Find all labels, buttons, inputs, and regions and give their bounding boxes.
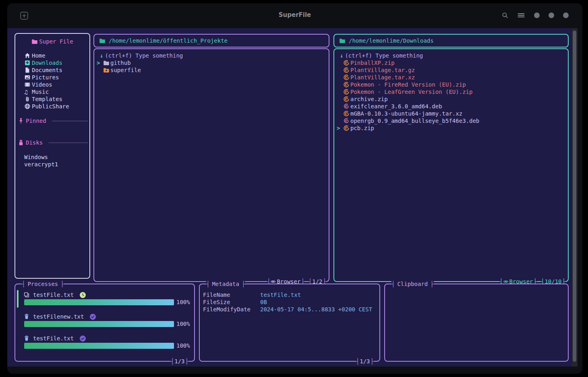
teal-folder-icon [339,37,346,44]
sidebar-item-videos[interactable]: Videos [15,81,89,88]
sidebar-item-publicshare[interactable]: PublicShare [15,103,89,110]
progress-bar [24,321,174,327]
sidebar-item-label: Pictures [32,74,59,81]
archive-icon [343,81,350,88]
picture-icon [24,74,31,81]
trash-icon [23,313,30,320]
app-window: SuperFile Super File [7,3,582,374]
clipboard-panel[interactable]: Clipboard [384,284,569,362]
pin-icon [18,118,24,124]
clock-icon [79,292,86,298]
sidebar-item-pictures[interactable]: Pictures [15,74,89,81]
file-row[interactable]: openrgb_0.9_amd64_bullseye_b5f46e3.deb [334,117,568,124]
clipboard-panel-title: Clipboard [391,280,434,288]
progress-percent: 100% [176,342,190,349]
archive-icon [343,60,350,66]
metadata-key: FileName [203,291,230,298]
disk-icon [18,139,24,146]
process-item[interactable]: testFile.txt [15,291,194,298]
disks-section-header: Disks [15,139,89,146]
file-name: mGBA-0.10.3-ubuntu64-jammy.tar.xz [350,110,462,117]
hamburger-menu-icon [517,12,525,19]
sidebar-item-documents[interactable]: Documents [15,66,89,74]
screen: SuperFile Super File [0,0,588,377]
disk-item-windows[interactable]: Windows [15,153,89,161]
archive-icon [343,125,350,131]
progress-percent: 100% [176,298,190,306]
projects-search-bar[interactable]: ↓ (ctrl+f) Type something [94,52,329,59]
process-name: testFile.txt [33,335,74,342]
border-segment [304,281,308,282]
processes-panel[interactable]: Processes testFile.txt 100% testFilenew.… [14,284,195,362]
metadata-value: 2024-05-17 04:5...8833 +0200 CEST [260,306,372,313]
archive-icon [343,110,350,117]
sidebar-item-label: Documents [32,66,62,74]
search-button[interactable] [502,12,508,19]
downloads-file-panel[interactable]: ↓ (ctrl+f) Type something PinballXP.zip … [333,48,569,282]
window-title: SuperFile [7,11,582,19]
file-name: github [110,59,131,66]
progress-percent: 100% [176,320,190,327]
window-control-maximize[interactable] [549,12,554,18]
downloads-search-bar[interactable]: ↓ (ctrl+f) Type something [334,52,568,59]
file-row[interactable]: exifcleaner_3.6.0_amd64.deb [334,103,568,110]
scrollbar-thumb[interactable] [573,31,576,362]
process-item[interactable]: testFilenew.txt [15,313,194,320]
disk-item-veracrypt1[interactable]: veracrypt1 [15,161,89,168]
window-control-minimize[interactable] [534,12,540,18]
selection-cursor: > [97,59,101,66]
projects-file-panel[interactable]: ↓ (ctrl+f) Type something > github super… [93,48,329,282]
sidebar-item-label: Downloads [32,59,62,66]
file-row[interactable]: PlantVillage.tar.gz [334,66,568,74]
archive-icon [343,89,350,95]
folder-star-icon [103,67,110,73]
video-icon [24,81,31,88]
file-name: PlantVillage.tar.gz [350,66,415,74]
download-icon [24,60,31,66]
sidebar-item-music[interactable]: Music [15,88,89,95]
pinned-section-header: Pinned [15,117,89,124]
teal-folder-icon [99,37,106,44]
disks-section-label: Disks [26,139,43,146]
progress-bar [24,299,174,305]
section-divider [48,143,88,143]
file-row-github[interactable]: > github [94,59,329,66]
file-row[interactable]: PinballXP.zip [334,59,568,66]
file-name: superfile [110,66,141,74]
process-item[interactable]: testFile.txt [15,335,194,342]
downloads-path-bar: /home/lemonlime/Downloads [333,34,569,48]
sidebar-item-label: Home [32,52,46,59]
file-row[interactable]: mGBA-0.10.3-ubuntu64-jammy.tar.xz [334,110,568,117]
file-name: Pokemon - FireRed Version (EU).zip [350,81,466,88]
metadata-value: 0B [260,298,267,306]
sidebar-item-label: Music [32,88,49,95]
file-row[interactable]: Pokemon - LeafGreen Version (EU).zip [334,88,568,95]
file-row[interactable]: PlantVillage.tar.xz [334,74,568,81]
downloads-path: /home/lemonlime/Downloads [349,37,434,44]
search-placeholder: (ctrl+f) Type something [345,52,423,59]
metadata-key: FileSize [203,298,230,306]
sidebar-item-templates[interactable]: Templates [15,95,89,103]
titlebar-controls [502,12,569,19]
projects-path-bar: /home/lemonlime/öffentlich_Projekte [93,34,329,48]
metadata-panel[interactable]: Metadata FileName testFile.txt FileSize … [199,284,380,362]
file-row[interactable]: Pokemon - FireRed Version (EU).zip [334,81,568,88]
metadata-value: testFile.txt [260,291,301,298]
trash-icon [23,335,30,342]
window-control-close[interactable] [563,12,569,18]
sidebar-item-downloads[interactable]: Downloads [15,59,89,66]
file-row[interactable]: archive.zip [334,95,568,103]
document-icon [24,67,31,73]
down-arrow-icon: ↓ [100,52,103,59]
file-row-selected[interactable]: > pcb.zip [334,124,568,132]
sidebar-item-home[interactable]: Home [15,52,89,59]
folder-icon [103,60,110,66]
disk-label: veracrypt1 [24,161,58,168]
file-row-superfile[interactable]: superfile [94,66,329,74]
menu-button[interactable] [517,12,525,19]
border-segment [537,281,541,282]
selection-cursor: > [337,124,342,132]
metadata-key: FileModifyDate [203,306,251,313]
sidebar-panel[interactable]: Super File Home Downloads Documents Pict… [14,33,90,279]
disk-label: Windows [24,153,48,161]
